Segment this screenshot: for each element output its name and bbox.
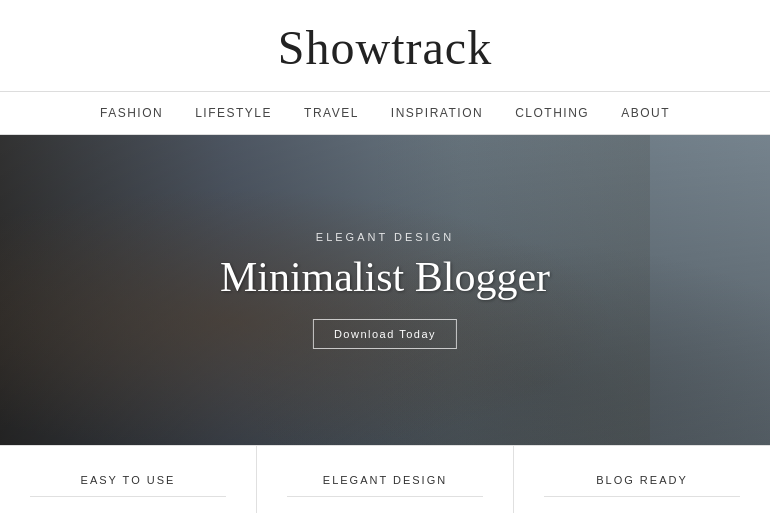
nav-item-clothing[interactable]: CLOTHING bbox=[515, 106, 589, 120]
feature-title-elegant-design: ELEGANT DESIGN bbox=[287, 474, 483, 497]
hero-content: ELEGANT DESIGN Minimalist Blogger Downlo… bbox=[220, 231, 550, 349]
feature-title-easy-to-use: EASY TO USE bbox=[30, 474, 226, 497]
nav-item-about[interactable]: ABOUT bbox=[621, 106, 670, 120]
feature-col-blog-ready: BLOG READYAccusantium et doloremque veri… bbox=[514, 446, 770, 513]
feature-title-blog-ready: BLOG READY bbox=[544, 474, 740, 497]
hero-download-button[interactable]: Download Today bbox=[313, 319, 457, 349]
nav-item-inspiration[interactable]: INSPIRATION bbox=[391, 106, 483, 120]
features-section: EASY TO USEAccusantium et doloremque ver… bbox=[0, 445, 770, 513]
nav-item-fashion[interactable]: FASHION bbox=[100, 106, 163, 120]
hero-title: Minimalist Blogger bbox=[220, 253, 550, 301]
nav-item-lifestyle[interactable]: LIFESTYLE bbox=[195, 106, 272, 120]
main-nav: FASHIONLIFESTYLETRAVELINSPIRATIONCLOTHIN… bbox=[0, 92, 770, 135]
site-header: Showtrack bbox=[0, 0, 770, 92]
hero-section: ELEGANT DESIGN Minimalist Blogger Downlo… bbox=[0, 135, 770, 445]
hero-subtitle: ELEGANT DESIGN bbox=[220, 231, 550, 243]
feature-col-elegant-design: ELEGANT DESIGNAccusantium et doloremque … bbox=[257, 446, 514, 513]
feature-text-elegant-design: Accusantium et doloremque veritatis arch… bbox=[287, 509, 483, 513]
feature-col-easy-to-use: EASY TO USEAccusantium et doloremque ver… bbox=[0, 446, 257, 513]
feature-text-easy-to-use: Accusantium et doloremque veritatis arch… bbox=[30, 509, 226, 513]
nav-item-travel[interactable]: TRAVEL bbox=[304, 106, 359, 120]
feature-text-blog-ready: Accusantium et doloremque veritatis arch… bbox=[544, 509, 740, 513]
site-logo[interactable]: Showtrack bbox=[0, 20, 770, 75]
